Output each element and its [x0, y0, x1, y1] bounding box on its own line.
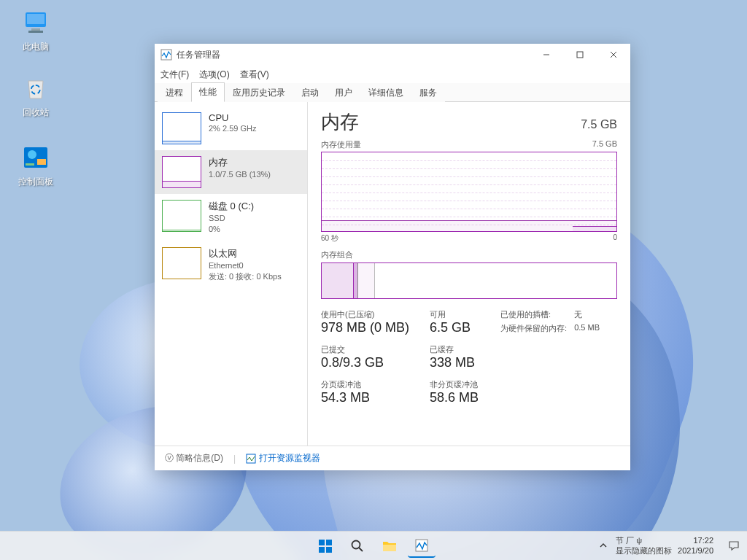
stat-inuse-value: 978 MB (0 MB)	[321, 320, 409, 335]
svg-point-5	[28, 150, 36, 159]
page-title: 内存	[321, 109, 359, 135]
taskbar: 节 厂 ψ 显示隐藏的图标 17:22 2021/9/20	[0, 531, 747, 560]
svg-rect-14	[319, 540, 325, 545]
svg-rect-3	[28, 31, 43, 33]
svg-rect-20	[383, 545, 396, 551]
slots-value: 无	[574, 309, 600, 320]
tab-bar: 进程 性能 应用历史记录 启动 用户 详细信息 服务	[155, 83, 630, 102]
tab-services[interactable]: 服务	[411, 83, 445, 102]
sidebar-net-detail1: Ethernet0	[209, 260, 282, 271]
sidebar-mem-detail: 1.0/7.5 GB (13%)	[209, 169, 271, 180]
tab-users[interactable]: 用户	[327, 83, 360, 102]
menu-view[interactable]: 查看(V)	[240, 69, 269, 81]
sidebar-item-cpu[interactable]: CPU 2% 2.59 GHz	[155, 106, 307, 150]
desktop-icon-label: 此电脑	[23, 41, 49, 53]
tab-details[interactable]: 详细信息	[360, 83, 411, 102]
stat-cached-value: 338 MB	[430, 355, 479, 370]
open-resource-monitor-link[interactable]: 打开资源监视器	[246, 452, 320, 464]
menu-file[interactable]: 文件(F)	[160, 69, 189, 81]
stat-committed-value: 0.8/9.3 GB	[321, 355, 409, 370]
task-manager-window: 任务管理器 文件(F) 选项(O) 查看(V) 进程 性能 应用历史记录 启动 …	[155, 44, 630, 470]
comp-seg-in-use	[322, 263, 354, 298]
taskbar-clock[interactable]: 17:22 2021/9/20	[678, 536, 718, 555]
svg-rect-7	[26, 163, 34, 166]
tab-app-history[interactable]: 应用历史记录	[225, 83, 293, 102]
axis-right: 0	[613, 233, 617, 244]
sidebar-item-memory[interactable]: 内存 1.0/7.5 GB (13%)	[155, 150, 307, 194]
sidebar-net-title: 以太网	[209, 247, 282, 260]
search-button[interactable]	[344, 534, 371, 558]
fewer-details-toggle[interactable]: ⓥ 简略信息(D)	[165, 452, 223, 464]
tab-startup[interactable]: 启动	[293, 83, 327, 102]
task-manager-taskbar-button[interactable]	[408, 534, 436, 558]
tab-performance[interactable]: 性能	[191, 82, 225, 102]
comp-seg-standby	[358, 263, 374, 298]
stat-paged-label: 分页缓冲池	[321, 379, 409, 390]
recycle-bin-icon	[20, 73, 51, 104]
desktop-icon-label: 控制面板	[18, 176, 53, 188]
maximize-button[interactable]	[563, 44, 597, 66]
file-explorer-button[interactable]	[376, 534, 403, 558]
svg-line-19	[359, 548, 363, 551]
taskmgr-icon	[160, 49, 172, 61]
axis-left: 60 秒	[321, 233, 338, 244]
usage-max: 7.5 GB	[592, 139, 617, 150]
svg-rect-13	[247, 454, 255, 463]
memory-composition-bar[interactable]	[321, 262, 617, 299]
resmon-icon	[246, 454, 256, 464]
stat-inuse-label: 使用中(已压缩)	[321, 309, 409, 320]
stat-nonpaged-value: 58.6 MB	[430, 390, 479, 405]
svg-rect-15	[326, 540, 332, 545]
sidebar-net-detail2: 发送: 0 接收: 0 Kbps	[209, 271, 282, 282]
svg-point-18	[352, 540, 360, 548]
memory-usage-graph[interactable]	[321, 152, 617, 232]
minimize-button[interactable]	[530, 44, 563, 66]
sidebar-cpu-title: CPU	[209, 112, 256, 123]
svg-rect-17	[326, 547, 332, 553]
start-button[interactable]	[311, 534, 339, 558]
svg-rect-2	[31, 28, 40, 31]
sidebar-item-disk[interactable]: 磁盘 0 (C:) SSD 0%	[155, 194, 307, 241]
reserved-label: 为硬件保留的内存:	[500, 323, 567, 334]
memory-capacity: 7.5 GB	[581, 118, 617, 131]
tab-processes[interactable]: 进程	[158, 83, 191, 102]
disk-mini-graph	[162, 200, 201, 232]
svg-rect-16	[319, 547, 325, 553]
stat-committed-label: 已提交	[321, 344, 409, 355]
folder-icon	[382, 538, 398, 554]
stat-avail-label: 可用	[430, 309, 479, 320]
tray-overflow-chevron-icon[interactable]	[597, 539, 610, 553]
tray-notification-text[interactable]: 节 厂 ψ 显示隐藏的图标	[616, 536, 672, 555]
close-button[interactable]	[597, 44, 630, 66]
cpu-mini-graph	[162, 112, 201, 144]
sidebar-cpu-detail: 2% 2.59 GHz	[209, 123, 256, 134]
svg-rect-6	[37, 159, 46, 165]
composition-label: 内存组合	[321, 249, 617, 260]
menu-options[interactable]: 选项(O)	[199, 69, 229, 81]
sidebar-disk-detail1: SSD	[209, 213, 254, 224]
usage-label: 内存使用量	[321, 139, 361, 150]
stat-avail-value: 6.5 GB	[430, 320, 479, 335]
performance-main: 内存 7.5 GB 内存使用量 7.5 GB 60 秒 0 内存组合	[308, 102, 630, 446]
sidebar-item-network[interactable]: 以太网 Ethernet0 发送: 0 接收: 0 Kbps	[155, 241, 307, 289]
network-mini-graph	[162, 247, 201, 279]
desktop-icon-control-panel[interactable]: 控制面板	[10, 142, 61, 188]
stat-cached-label: 已缓存	[430, 344, 479, 355]
taskmgr-icon	[414, 538, 429, 553]
reserved-value: 0.5 MB	[574, 323, 600, 334]
sidebar-disk-title: 磁盘 0 (C:)	[209, 200, 254, 213]
sidebar-disk-detail2: 0%	[209, 224, 254, 235]
desktop-icon-this-pc[interactable]: 此电脑	[10, 7, 61, 53]
titlebar[interactable]: 任务管理器	[155, 44, 630, 66]
sidebar-mem-title: 内存	[209, 156, 271, 169]
svg-rect-1	[27, 14, 44, 24]
memory-mini-graph	[162, 156, 201, 188]
desktop-icon-label: 回收站	[23, 106, 49, 119]
monitor-icon	[20, 7, 51, 38]
slots-label: 已使用的插槽:	[500, 309, 567, 320]
control-panel-icon	[20, 142, 51, 173]
performance-sidebar: CPU 2% 2.59 GHz 内存 1.0/7.5 GB (13%) 磁盘 0…	[155, 102, 308, 446]
notifications-icon[interactable]	[724, 537, 744, 556]
desktop-icon-recycle-bin[interactable]: 回收站	[10, 73, 61, 119]
stat-paged-value: 54.3 MB	[321, 390, 409, 405]
